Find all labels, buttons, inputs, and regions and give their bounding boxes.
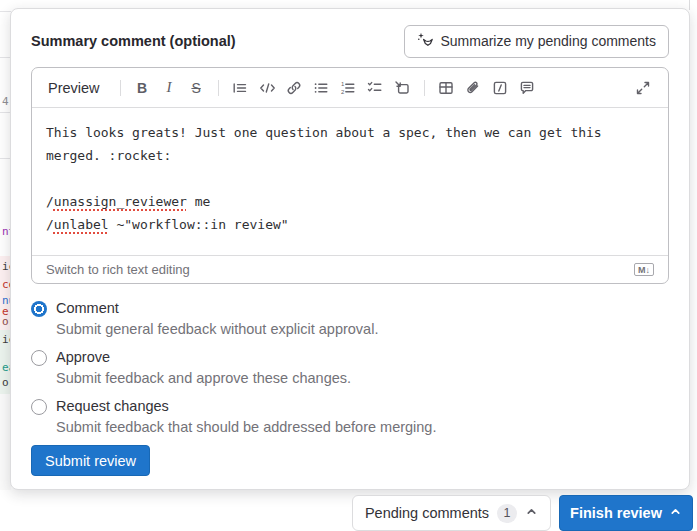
radio-row-comment: Comment Submit general feedback without …: [31, 298, 669, 340]
finish-review-label: Finish review: [570, 505, 662, 521]
misspelled-word: unassign_reviewer: [54, 194, 187, 209]
svg-text:1: 1: [341, 81, 345, 87]
radio-request-changes-description: Submit feedback that should be addressed…: [56, 417, 669, 438]
editor-footer: Switch to rich text editing M↓: [32, 255, 668, 283]
switch-to-rich-text-link[interactable]: Switch to rich text editing: [46, 262, 190, 277]
editor-toolbar: Preview B I S: [32, 68, 668, 108]
pending-count-badge: 1: [497, 504, 517, 523]
quote-icon: [232, 80, 248, 96]
pending-comments-label: Pending comments: [365, 505, 489, 521]
misspelled-word: unlabel: [54, 217, 109, 232]
numbered-list-button[interactable]: 1 2: [335, 75, 362, 101]
popover-title: Summary comment (optional): [31, 33, 236, 49]
comment-template-button[interactable]: [514, 75, 541, 101]
link-button[interactable]: [281, 75, 308, 101]
chevron-up-icon: [525, 505, 538, 521]
ai-tanuki-icon: [417, 32, 433, 51]
summarize-button-label: Summarize my pending comments: [440, 33, 656, 49]
paperclip-icon: [465, 80, 481, 96]
radio-button-checked[interactable]: [31, 301, 47, 317]
radio-comment-description: Submit general feedback without explicit…: [56, 319, 669, 340]
radio-button-unchecked[interactable]: [31, 350, 47, 366]
bold-button[interactable]: B: [129, 75, 156, 101]
code-button[interactable]: [254, 75, 281, 101]
chevron-up-icon: [669, 505, 682, 521]
radio-approve-description: Submit feedback and approve these change…: [56, 368, 669, 389]
background-panel-border: [689, 0, 690, 10]
finish-review-button[interactable]: Finish review: [559, 495, 693, 531]
markdown-supported-icon: M↓: [634, 263, 654, 276]
review-type-radio-group: Comment Submit general feedback without …: [31, 298, 669, 438]
table-button[interactable]: [433, 75, 460, 101]
collapsible-section-icon: [394, 80, 410, 96]
preview-tab[interactable]: Preview: [44, 80, 104, 96]
summarize-pending-comments-button[interactable]: Summarize my pending comments: [404, 25, 669, 58]
strikethrough-button[interactable]: S: [183, 75, 210, 101]
popover-header: Summary comment (optional) Summarize my …: [31, 24, 669, 58]
pending-comments-button[interactable]: Pending comments 1: [352, 495, 551, 531]
italic-button[interactable]: I: [156, 75, 183, 101]
comment-textarea[interactable]: This looks greats! Just one question abo…: [32, 108, 668, 255]
collapsible-section-button[interactable]: [389, 75, 416, 101]
submit-review-button[interactable]: Submit review: [31, 445, 150, 476]
submit-review-popover: Summary comment (optional) Summarize my …: [10, 8, 690, 490]
radio-row-approve: Approve Submit feedback and approve thes…: [31, 347, 669, 389]
quick-actions-icon: [492, 80, 508, 96]
code-icon: [259, 80, 276, 96]
radio-comment[interactable]: Comment: [31, 298, 669, 319]
radio-row-request-changes: Request changes Submit feedback that sho…: [31, 396, 669, 438]
link-icon: [286, 80, 302, 96]
bulleted-list-button[interactable]: [308, 75, 335, 101]
comment-template-icon: [519, 80, 535, 96]
table-icon: [438, 80, 454, 96]
svg-text:2: 2: [341, 88, 345, 94]
fullscreen-button[interactable]: [629, 75, 656, 101]
bulleted-list-icon: [313, 80, 329, 96]
attach-file-button[interactable]: [460, 75, 487, 101]
numbered-list-icon: 1 2: [340, 80, 356, 96]
radio-request-changes[interactable]: Request changes: [31, 396, 669, 417]
radio-approve[interactable]: Approve: [31, 347, 669, 368]
radio-button-unchecked[interactable]: [31, 399, 47, 415]
fullscreen-icon: [636, 81, 650, 95]
task-list-icon: [367, 80, 383, 96]
quick-actions-button[interactable]: [487, 75, 514, 101]
task-list-button[interactable]: [362, 75, 389, 101]
quote-button[interactable]: [227, 75, 254, 101]
markdown-editor: Preview B I S: [31, 67, 669, 284]
